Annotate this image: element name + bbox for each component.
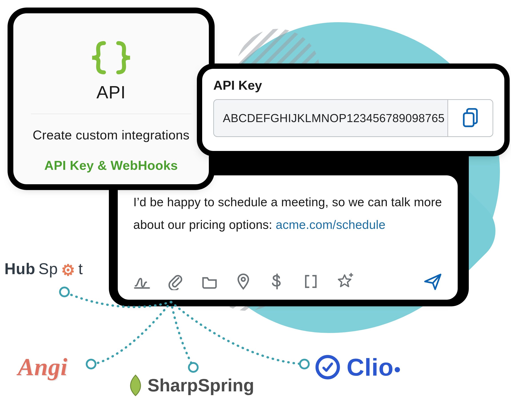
integration-logo-sharpspring: SharpSpring	[127, 375, 254, 396]
location-button[interactable]	[235, 273, 252, 290]
svg-rect-0	[464, 113, 473, 126]
svg-point-2	[60, 287, 69, 296]
send-button[interactable]	[424, 272, 442, 291]
dollar-icon	[268, 273, 286, 290]
api-card-title: API	[96, 82, 126, 103]
brackets-icon	[302, 273, 319, 290]
folder-icon	[201, 273, 218, 290]
integration-logo-angi: Angi	[18, 353, 68, 381]
api-key-label: API Key	[213, 78, 493, 93]
composer-toolbar	[133, 272, 442, 291]
send-icon	[424, 272, 442, 291]
svg-point-5	[300, 360, 309, 368]
copy-icon	[462, 108, 479, 128]
api-key-input[interactable]: ABCDEFGHIJKLMNOP123456789098765	[213, 99, 448, 137]
svg-point-4	[189, 363, 198, 372]
favorite-button[interactable]	[336, 273, 353, 290]
curly-braces-icon	[87, 40, 136, 75]
divider	[31, 114, 191, 114]
api-key-webhooks-link[interactable]: API Key & WebHooks	[44, 158, 178, 173]
message-link[interactable]: acme.com/schedule	[276, 218, 386, 232]
attach-button[interactable]	[167, 273, 184, 290]
paperclip-icon	[167, 273, 184, 290]
location-pin-icon	[235, 273, 252, 290]
integration-logo-clio: Clio●	[316, 353, 401, 381]
signature-icon	[133, 273, 151, 290]
api-card-subtitle: Create custom integrations	[33, 128, 190, 142]
integration-logo-hubspot: HubSp⚙t	[4, 260, 83, 278]
folder-button[interactable]	[201, 273, 218, 290]
signature-button[interactable]	[133, 273, 151, 290]
star-plus-icon	[336, 273, 353, 290]
message-body[interactable]: I’d be happy to schedule a meeting, so w…	[133, 191, 442, 236]
api-card: API Create custom integrations API Key &…	[13, 13, 209, 184]
insert-variable-button[interactable]	[302, 273, 319, 290]
api-key-panel: API Key ABCDEFGHIJKLMNOP123456789098765	[202, 69, 504, 151]
pricing-button[interactable]	[268, 273, 286, 290]
svg-point-3	[87, 360, 95, 368]
svg-point-1	[241, 278, 245, 281]
message-composer: I’d be happy to schedule a meeting, so w…	[118, 175, 458, 300]
copy-button[interactable]	[448, 99, 493, 137]
